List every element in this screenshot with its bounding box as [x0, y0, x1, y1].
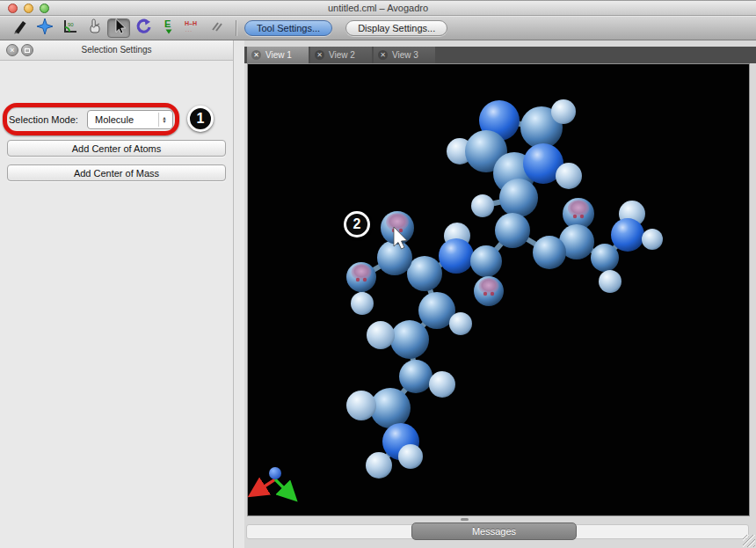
tab-view-2[interactable]: ✕ View 2: [310, 47, 372, 63]
svg-text:H–H: H–H: [185, 20, 197, 26]
atoms: [346, 99, 663, 479]
add-center-of-atoms-button[interactable]: Add Center of Atoms: [7, 140, 226, 157]
add-center-of-mass-button[interactable]: Add Center of Mass: [7, 164, 226, 181]
manipulate-tool-button[interactable]: [83, 18, 105, 38]
titlebar: untitled.cml – Avogadro: [0, 0, 756, 16]
tab-view-1[interactable]: ✕ View 1: [247, 47, 309, 63]
align-tool-button[interactable]: [206, 18, 229, 38]
auto-rotate-tool-button[interactable]: [132, 18, 155, 38]
messages-button[interactable]: Messages: [411, 522, 577, 540]
window-title: untitled.cml – Avogadro: [0, 3, 756, 13]
draw-tool-button[interactable]: [9, 18, 32, 38]
hand-icon: [84, 18, 104, 39]
display-settings-button[interactable]: Display Settings...: [345, 20, 447, 36]
svg-text:E: E: [164, 18, 171, 29]
tab-view-3[interactable]: ✕ View 3: [374, 47, 435, 63]
svg-text:90: 90: [68, 22, 74, 27]
axis-y-arrow: [275, 479, 289, 493]
splitter-handle[interactable]: [461, 518, 469, 521]
rotate-arrow-icon: [134, 18, 153, 39]
diagonal-lines-icon: [207, 18, 227, 39]
callout-highlight-ring: [3, 103, 179, 135]
bond-centric-tool-button[interactable]: 90: [58, 18, 81, 38]
h-h-distance-icon: H–H. . .: [183, 18, 202, 39]
tab-close-icon[interactable]: ✕: [315, 50, 324, 60]
tab-label: View 1: [265, 50, 292, 60]
selection-settings-panel: × Selection Settings Selection Mode: Mol…: [0, 40, 234, 548]
pencil-icon: [11, 18, 30, 39]
navigate-tool-button[interactable]: [33, 18, 56, 38]
tab-label: View 2: [329, 50, 355, 60]
letter-e-down-icon: E: [158, 18, 178, 39]
toolbar: 90 E H–H. . .: [0, 17, 756, 40]
angle-90-icon: 90: [60, 18, 79, 39]
callout-badge-2: 2: [344, 211, 370, 237]
cursor-arrow-icon: [109, 18, 128, 39]
svg-text:. . .: . . .: [185, 27, 192, 33]
tab-close-icon[interactable]: ✕: [251, 50, 261, 60]
auto-optimize-tool-button[interactable]: E: [156, 18, 179, 38]
tool-settings-button[interactable]: Tool Settings...: [244, 20, 332, 36]
panel-header: × Selection Settings: [0, 40, 233, 61]
tab-close-icon[interactable]: ✕: [378, 50, 388, 60]
molecule-render: [248, 64, 749, 515]
tab-label: View 3: [392, 50, 418, 60]
axis-gizmo: [258, 467, 289, 493]
axis-z-sphere: [269, 467, 281, 479]
view-tabbar: ✕ View 1 ✕ View 2 ✕ View 3: [244, 47, 756, 63]
selection-tool-button[interactable]: [107, 18, 130, 38]
callout-badge-1: 1: [187, 106, 214, 132]
measure-tool-button[interactable]: H–H. . .: [181, 18, 204, 38]
toolbar-separator: [236, 20, 236, 36]
resize-grip[interactable]: [743, 535, 755, 547]
panel-title: Selection Settings: [0, 45, 233, 55]
gl-viewport[interactable]: 2: [247, 63, 750, 516]
axis-x-arrow: [258, 479, 275, 491]
star-compass-icon: [35, 18, 55, 39]
view-area: ✕ View 1 ✕ View 2 ✕ View 3: [244, 40, 756, 548]
avogadro-window: untitled.cml – Avogadro 90: [0, 0, 756, 548]
